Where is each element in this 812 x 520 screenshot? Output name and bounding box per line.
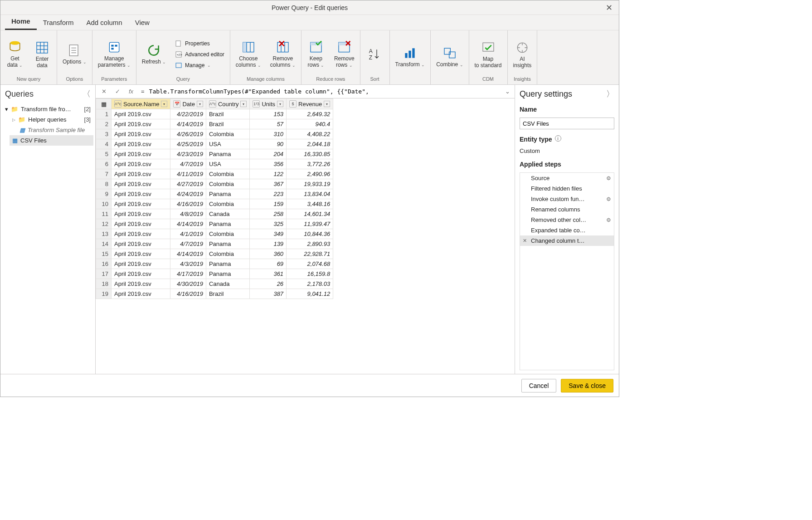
cell[interactable]: 4/11/2019 <box>170 169 206 179</box>
row-number[interactable]: 17 <box>96 269 112 279</box>
cell[interactable]: 2,490.96 <box>287 169 333 179</box>
cell[interactable]: Brazil <box>206 109 250 119</box>
table-row[interactable]: 1April 2019.csv4/22/2019Brazil1532,649.3… <box>96 109 333 119</box>
cell[interactable]: USA <box>206 139 250 149</box>
refresh-button[interactable]: Refresh ⌄ <box>140 42 168 66</box>
column-filter-icon[interactable]: ▾ <box>161 101 167 107</box>
query-csv-files[interactable]: ▦ CSV Files <box>10 135 93 146</box>
cell[interactable]: 11,939.47 <box>287 219 333 229</box>
cell[interactable]: 139 <box>250 239 287 249</box>
cell[interactable]: 3,772.26 <box>287 159 333 169</box>
column-header-date[interactable]: 📅Date▾ <box>170 99 206 109</box>
row-number[interactable]: 8 <box>96 179 112 189</box>
sort-button[interactable]: AZ <box>364 46 386 63</box>
row-number[interactable]: 6 <box>96 159 112 169</box>
text-type-icon[interactable]: Aᴮc <box>209 100 216 108</box>
cell[interactable]: 356 <box>250 159 287 169</box>
row-number[interactable]: 19 <box>96 289 112 299</box>
cell[interactable]: 14,601.34 <box>287 209 333 219</box>
cell[interactable]: 3,448.16 <box>287 199 333 209</box>
table-row[interactable]: 6April 2019.csv4/7/2019USA3563,772.26 <box>96 159 333 169</box>
table-row[interactable]: 4April 2019.csv4/25/2019USA902,044.18 <box>96 139 333 149</box>
cell[interactable]: April 2019.csv <box>112 119 170 129</box>
row-number[interactable]: 16 <box>96 259 112 269</box>
tab-home[interactable]: Home <box>5 14 37 30</box>
table-row[interactable]: 15April 2019.csv4/14/2019Colombia36022,9… <box>96 249 333 259</box>
column-header-country[interactable]: AᴮcCountry▾ <box>206 99 250 109</box>
table-row[interactable]: 14April 2019.csv4/7/2019Panama1392,890.9… <box>96 239 333 249</box>
table-row[interactable]: 18April 2019.csv4/30/2019Canada262,178.0… <box>96 279 333 289</box>
cell[interactable]: 204 <box>250 149 287 159</box>
cell[interactable]: 367 <box>250 179 287 189</box>
cell[interactable]: 159 <box>250 199 287 209</box>
cell[interactable]: USA <box>206 159 250 169</box>
row-number[interactable]: 5 <box>96 149 112 159</box>
cell[interactable]: 258 <box>250 209 287 219</box>
cell[interactable]: 4/24/2019 <box>170 189 206 199</box>
cell[interactable]: April 2019.csv <box>112 129 170 139</box>
table-row[interactable]: 16April 2019.csv4/3/2019Panama692,074.68 <box>96 259 333 269</box>
step-renamed-columns[interactable]: Renamed columns <box>520 204 614 215</box>
row-number[interactable]: 4 <box>96 139 112 149</box>
cell[interactable]: Panama <box>206 239 250 249</box>
cell[interactable]: Canada <box>206 279 250 289</box>
cell[interactable]: April 2019.csv <box>112 139 170 149</box>
properties-button[interactable]: Properties <box>173 39 226 48</box>
cell[interactable]: 122 <box>250 169 287 179</box>
cell[interactable]: 4/14/2019 <box>170 249 206 259</box>
query-folder-transform[interactable]: ▾ 📁 Transform file fro… [2] <box>2 104 93 114</box>
cell[interactable]: April 2019.csv <box>112 279 170 289</box>
cell[interactable]: 2,890.93 <box>287 239 333 249</box>
cell[interactable]: April 2019.csv <box>112 229 170 239</box>
gear-icon[interactable]: ⚙ <box>606 196 611 202</box>
cell[interactable]: Panama <box>206 189 250 199</box>
table-row[interactable]: 19April 2019.csv4/16/2019Brazil3879,041.… <box>96 289 333 299</box>
column-filter-icon[interactable]: ▾ <box>197 101 203 107</box>
remove-rows-button[interactable]: Removerows ⌄ <box>332 39 356 69</box>
info-icon[interactable]: i <box>555 135 561 142</box>
table-row[interactable]: 13April 2019.csv4/1/2019Colombia34910,84… <box>96 229 333 239</box>
column-header-revenue[interactable]: $Revenue▾ <box>287 99 333 109</box>
cell[interactable]: 16,330.85 <box>287 149 333 159</box>
formula-cancel-icon[interactable]: ✕ <box>98 86 109 97</box>
cell[interactable]: Panama <box>206 149 250 159</box>
cell[interactable]: 361 <box>250 269 287 279</box>
step-expanded-table-co-[interactable]: Expanded table co… <box>520 225 614 235</box>
cell[interactable]: 90 <box>250 139 287 149</box>
cell[interactable]: Colombia <box>206 229 250 239</box>
cell[interactable]: 4,408.22 <box>287 129 333 139</box>
cell[interactable]: 223 <box>250 189 287 199</box>
map-to-standard-button[interactable]: Mapto standard <box>473 39 504 69</box>
delete-step-icon[interactable]: ✕ <box>523 238 528 244</box>
money-type-icon[interactable]: $ <box>289 100 297 108</box>
row-number[interactable]: 15 <box>96 249 112 259</box>
manage-parameters-button[interactable]: Manageparameters ⌄ <box>96 39 132 69</box>
remove-columns-button[interactable]: Removecolumns ⌄ <box>268 39 297 69</box>
formula-expand-icon[interactable]: ⌄ <box>503 88 512 95</box>
step-removed-other-col-[interactable]: Removed other col…⚙ <box>520 215 614 225</box>
cell[interactable]: Colombia <box>206 199 250 209</box>
cell[interactable]: 19,933.19 <box>287 179 333 189</box>
fx-icon[interactable]: fx <box>126 86 136 97</box>
cell[interactable]: 4/8/2019 <box>170 209 206 219</box>
cancel-button[interactable]: Cancel <box>521 379 557 392</box>
formula-input[interactable] <box>149 86 501 97</box>
cell[interactable]: 10,844.36 <box>287 229 333 239</box>
table-row[interactable]: 9April 2019.csv4/24/2019Panama22313,834.… <box>96 189 333 199</box>
table-row[interactable]: 10April 2019.csv4/16/2019Colombia1593,44… <box>96 199 333 209</box>
cell[interactable]: 4/14/2019 <box>170 119 206 129</box>
cell[interactable]: Panama <box>206 219 250 229</box>
cell[interactable]: Canada <box>206 209 250 219</box>
cell[interactable]: 4/30/2019 <box>170 279 206 289</box>
formula-commit-icon[interactable]: ✓ <box>112 86 123 97</box>
table-row[interactable]: 12April 2019.csv4/14/2019Panama32511,939… <box>96 219 333 229</box>
cell[interactable]: 26 <box>250 279 287 289</box>
cell[interactable]: April 2019.csv <box>112 259 170 269</box>
advanced-editor-button[interactable]: </>Advanced editor <box>173 50 226 59</box>
cell[interactable]: 4/14/2019 <box>170 219 206 229</box>
cell[interactable]: 153 <box>250 109 287 119</box>
table-row[interactable]: 11April 2019.csv4/8/2019Canada25814,601.… <box>96 209 333 219</box>
cell[interactable]: April 2019.csv <box>112 189 170 199</box>
row-number[interactable]: 7 <box>96 169 112 179</box>
query-transform-sample[interactable]: ▦ Transform Sample file <box>17 125 93 135</box>
